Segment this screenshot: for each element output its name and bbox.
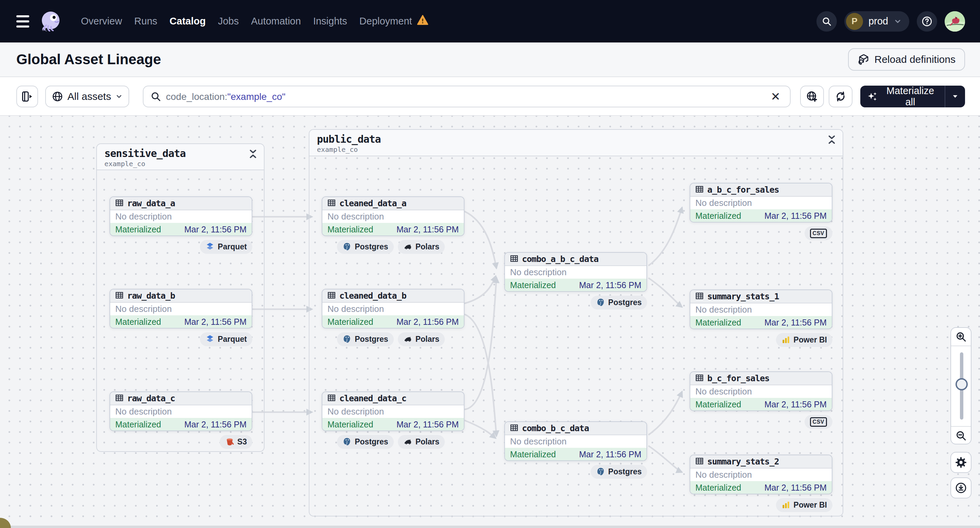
polars-badge[interactable]: Polars bbox=[398, 240, 445, 254]
materialization-timestamp: Mar 2, 11:56 PM bbox=[764, 400, 827, 409]
postgres-icon bbox=[342, 242, 352, 251]
badge-label: Power BI bbox=[794, 501, 827, 510]
asset-description: No description bbox=[110, 210, 251, 223]
status-badge: Materialized bbox=[510, 280, 556, 290]
asset-kind-badges: PostgresPolars bbox=[0, 240, 445, 254]
csv-badge[interactable]: csv bbox=[805, 226, 832, 240]
postgres-badge[interactable]: Postgres bbox=[591, 296, 647, 309]
materialize-all-button[interactable]: Materialize all bbox=[860, 85, 945, 108]
chevron-down-icon bbox=[894, 17, 902, 25]
nav-item-runs[interactable]: Runs bbox=[134, 16, 158, 27]
nav-item-deployment[interactable]: Deployment bbox=[360, 14, 428, 28]
collapse-group-icon[interactable] bbox=[245, 147, 261, 162]
nav-item-label: Runs bbox=[134, 16, 158, 27]
asset-name: combo_a_b_c_data bbox=[522, 254, 598, 264]
collapse-group-icon[interactable] bbox=[824, 133, 839, 147]
zoom-out-icon[interactable] bbox=[951, 427, 971, 444]
graph-settings-gear-icon[interactable] bbox=[950, 452, 972, 473]
nav-item-label: Jobs bbox=[218, 16, 239, 27]
nav-item-jobs[interactable]: Jobs bbox=[218, 16, 239, 27]
zoom-in-icon[interactable] bbox=[951, 328, 971, 346]
table-icon bbox=[115, 393, 124, 404]
asset-node-header: combo_a_b_c_data bbox=[505, 253, 646, 266]
csv-badge[interactable]: csv bbox=[805, 415, 832, 429]
page-title: Global Asset Lineage bbox=[16, 51, 161, 68]
asset-node-header: summary_stats_1 bbox=[690, 290, 832, 303]
asset-description: No description bbox=[505, 435, 646, 448]
environment-switcher[interactable]: P prod bbox=[844, 11, 909, 32]
postgres-badge[interactable]: Postgres bbox=[591, 465, 647, 479]
status-badge: Materialized bbox=[695, 483, 741, 493]
dagster-logo-icon[interactable] bbox=[40, 10, 62, 33]
nav-item-automation[interactable]: Automation bbox=[251, 16, 301, 27]
fetch-external-assets-icon[interactable] bbox=[800, 86, 824, 107]
primary-nav: OverviewRunsCatalogJobsAutomationInsight… bbox=[81, 14, 428, 28]
toggle-sidebar-icon[interactable] bbox=[16, 86, 38, 107]
postgres-badge[interactable]: Postgres bbox=[337, 435, 393, 449]
asset-node-header: raw_data_a bbox=[110, 197, 251, 210]
divider bbox=[951, 346, 971, 346]
asset-scope-dropdown[interactable]: All assets bbox=[45, 86, 129, 107]
badge-label: Power BI bbox=[794, 335, 827, 344]
asset-status-row: Materialized Mar 2, 11:56 PM bbox=[690, 316, 832, 329]
asset-node-summary_stats_2[interactable]: summary_stats_2 No description Materiali… bbox=[690, 455, 832, 495]
clear-search-icon[interactable]: ✕ bbox=[768, 89, 783, 104]
postgres-badge[interactable]: Postgres bbox=[337, 240, 393, 254]
globe-icon bbox=[52, 91, 63, 102]
postgres-icon bbox=[596, 298, 605, 307]
asset-description: No description bbox=[690, 385, 832, 398]
badge-label: Postgres bbox=[608, 467, 642, 476]
materialization-timestamp: Mar 2, 11:56 PM bbox=[579, 450, 641, 459]
polars-icon bbox=[403, 437, 412, 446]
polars-icon bbox=[403, 242, 412, 251]
menu-icon[interactable] bbox=[15, 14, 30, 28]
asset-node-summary_stats_1[interactable]: summary_stats_1 No description Materiali… bbox=[690, 290, 832, 329]
asset-node-b_c_for_sales[interactable]: b_c_for_sales No description Materialize… bbox=[690, 371, 832, 411]
asset-kind-badges: csv bbox=[0, 226, 832, 240]
asset-kind-badges: Power BI bbox=[0, 498, 832, 512]
status-badge: Materialized bbox=[695, 211, 741, 221]
asset-node-header: summary_stats_2 bbox=[690, 455, 832, 469]
nav-item-overview[interactable]: Overview bbox=[81, 16, 122, 27]
materialization-timestamp: Mar 2, 11:56 PM bbox=[764, 211, 827, 221]
asset-node-header: cleaned_data_a bbox=[322, 197, 464, 210]
asset-description: No description bbox=[322, 210, 464, 223]
materialization-timestamp: Mar 2, 11:56 PM bbox=[184, 317, 247, 327]
powerbi-badge[interactable]: Power BI bbox=[776, 333, 832, 347]
nav-item-insights[interactable]: Insights bbox=[313, 16, 347, 27]
refresh-icon[interactable] bbox=[829, 86, 853, 107]
csv-icon: csv bbox=[810, 417, 827, 427]
table-icon bbox=[327, 393, 336, 404]
asset-node-combo_a_b_c_data[interactable]: combo_a_b_c_data No description Material… bbox=[504, 252, 647, 292]
table-icon bbox=[695, 292, 704, 302]
asset-search-input[interactable]: code_location:"example_co" ✕ bbox=[143, 86, 791, 107]
asset-status-row: Materialized Mar 2, 11:56 PM bbox=[505, 448, 646, 461]
zoom-slider-handle[interactable] bbox=[956, 378, 968, 390]
powerbi-badge[interactable]: Power BI bbox=[776, 498, 832, 512]
table-icon bbox=[695, 373, 704, 384]
table-icon bbox=[695, 185, 704, 195]
group-code-location: example_co bbox=[317, 146, 843, 154]
status-badge: Materialized bbox=[115, 317, 161, 327]
status-badge: Materialized bbox=[695, 318, 741, 328]
group-header[interactable]: public_data example_co bbox=[309, 130, 843, 156]
status-badge: Materialized bbox=[510, 450, 556, 459]
nav-item-catalog[interactable]: Catalog bbox=[170, 16, 206, 27]
materialization-timestamp: Mar 2, 11:56 PM bbox=[764, 483, 827, 493]
nav-item-label: Insights bbox=[313, 16, 347, 27]
nav-item-label: Automation bbox=[251, 16, 301, 27]
download-image-icon[interactable] bbox=[950, 477, 972, 498]
asset-description: No description bbox=[505, 266, 646, 279]
powerbi-icon bbox=[781, 501, 791, 510]
asset-node-a_b_c_for_sales[interactable]: a_b_c_for_sales No description Materiali… bbox=[690, 183, 832, 222]
asset-node-header: cleaned_data_c bbox=[322, 392, 464, 405]
group-header[interactable]: sensitive_data example_co bbox=[97, 144, 264, 170]
reload-definitions-button[interactable]: Reload definitions bbox=[848, 48, 966, 71]
search-icon[interactable] bbox=[816, 11, 837, 32]
status-badge: Materialized bbox=[328, 317, 373, 327]
help-icon[interactable] bbox=[917, 11, 937, 32]
user-avatar[interactable] bbox=[945, 11, 965, 32]
filter-toolbar: All assets code_location:"example_co" ✕ bbox=[0, 77, 980, 116]
materialize-options-caret-icon[interactable] bbox=[945, 86, 965, 107]
polars-badge[interactable]: Polars bbox=[398, 435, 445, 449]
